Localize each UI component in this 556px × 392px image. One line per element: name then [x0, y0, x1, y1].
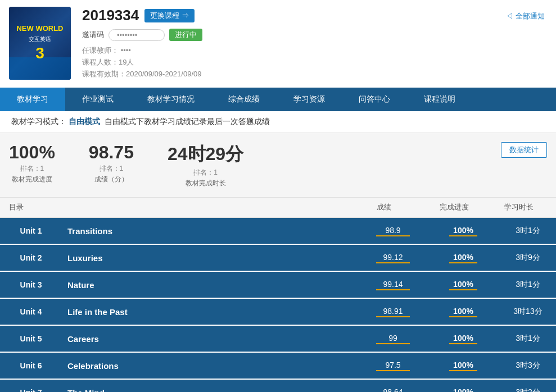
unit-row[interactable]: Unit 3 Nature 99.14 100% 3时1分: [0, 272, 556, 299]
unit-progress-cell: 100%: [427, 226, 500, 236]
status-badge: 进行中: [169, 29, 202, 41]
unit-table: Unit 1 Transitions 98.9 100% 3时1分 Unit 2…: [0, 218, 556, 392]
unit-score: 97.5: [376, 361, 410, 371]
data-stats-button[interactable]: 数据统计: [501, 142, 547, 158]
unit-progress: 100%: [449, 388, 477, 393]
unit-time: 3时3分: [500, 361, 556, 371]
unit-time: 3时2分: [500, 388, 556, 392]
unit-tag: Unit 4: [0, 299, 62, 325]
change-course-button[interactable]: 更换课程 ⇒: [144, 9, 195, 22]
unit-title: Nature: [62, 280, 359, 290]
invite-label: 邀请码: [82, 30, 104, 40]
unit-row[interactable]: Unit 1 Transitions 98.9 100% 3时1分: [0, 218, 556, 245]
unit-title: Life in the Past: [62, 307, 359, 317]
unit-time: 3时13分: [500, 307, 556, 317]
unit-score-cell: 97.5: [359, 361, 427, 371]
validity: 课程有效期：2020/09/09-2021/09/09: [82, 70, 201, 78]
score-label: 成绩（分）: [89, 175, 134, 184]
unit-score-cell: 99.14: [359, 280, 427, 290]
completion-rank: 排名：1: [9, 164, 55, 174]
unit-progress-cell: 100%: [427, 307, 500, 317]
unit-row[interactable]: Unit 4 Life in the Past 98.91 100% 3时13分: [0, 299, 556, 326]
table-header: 目录 成绩 完成进度 学习时长: [0, 197, 556, 218]
mode-desc: 自由模式下教材学习成绩记录最后一次答题成绩: [105, 117, 270, 126]
unit-progress: 100%: [449, 253, 477, 263]
invite-code: ••••••••: [109, 29, 165, 41]
unit-progress: 100%: [449, 307, 477, 317]
completion-value: 100%: [9, 142, 55, 163]
th-progress: 完成进度: [418, 202, 491, 212]
nav-item-resources[interactable]: 学习资源: [277, 88, 342, 111]
unit-tag: Unit 5: [0, 326, 62, 352]
unit-title: Celebrations: [62, 361, 359, 371]
book-brand: NEW WORLD: [16, 24, 63, 34]
unit-score-cell: 99.12: [359, 253, 427, 263]
time-value: 24时29分: [168, 142, 243, 167]
unit-progress-cell: 100%: [427, 253, 500, 263]
course-id: 2019334: [82, 7, 139, 24]
unit-progress: 100%: [449, 361, 477, 371]
th-time: 学习时长: [491, 202, 547, 212]
unit-time: 3时1分: [500, 226, 556, 236]
unit-title: The Mind: [62, 388, 359, 393]
unit-title: Transitions: [62, 226, 359, 236]
header-info: 2019334 更换课程 ⇒ 邀请码 •••••••• 进行中 任课教师： ••…: [71, 7, 547, 81]
nav-bar: 教材学习 作业测试 教材学习情况 综合成绩 学习资源 问答中心 课程说明: [0, 88, 556, 111]
mode-prefix: 教材学习模式：: [11, 117, 66, 126]
unit-row[interactable]: Unit 7 The Mind 98.64 100% 3时2分: [0, 380, 556, 392]
student-count-row: 课程人数：19人: [82, 57, 547, 67]
unit-time: 3时1分: [500, 280, 556, 290]
score-rank: 排名：1: [89, 164, 134, 174]
unit-title: Luxuries: [62, 253, 359, 263]
book-subtitle: 交互英语: [29, 35, 51, 43]
book-cover: NEW WORLD 交互英语 3: [9, 7, 71, 80]
time-label: 教材完成时长: [168, 179, 243, 188]
mode-name: 自由模式: [69, 117, 100, 126]
unit-score-cell: 99: [359, 334, 427, 344]
nav-item-study-status[interactable]: 教材学习情况: [130, 88, 211, 111]
unit-progress-cell: 100%: [427, 361, 500, 371]
nav-item-overall-score[interactable]: 综合成绩: [211, 88, 277, 111]
course-id-row: 2019334 更换课程 ⇒: [82, 7, 547, 24]
time-rank: 排名：1: [168, 168, 243, 177]
unit-score-cell: 98.64: [359, 388, 427, 393]
unit-progress-cell: 100%: [427, 334, 500, 344]
unit-score: 98.9: [376, 226, 410, 236]
teacher-name: ••••: [121, 46, 131, 54]
unit-tag: Unit 2: [0, 245, 62, 271]
unit-progress: 100%: [449, 280, 477, 290]
unit-progress: 100%: [449, 334, 477, 344]
nav-item-qa[interactable]: 问答中心: [342, 88, 407, 111]
unit-score: 99.14: [376, 280, 410, 290]
invite-row: 邀请码 •••••••• 进行中: [82, 29, 547, 41]
nav-item-course-desc[interactable]: 课程说明: [407, 88, 472, 111]
nav-item-homework[interactable]: 作业测试: [65, 88, 130, 111]
unit-tag: Unit 7: [0, 380, 62, 392]
unit-time: 3时9分: [500, 253, 556, 263]
header-area: NEW WORLD 交互英语 3 2019334 更换课程 ⇒ 邀请码 ••••…: [0, 0, 556, 88]
unit-progress-cell: 100%: [427, 388, 500, 393]
unit-tag: Unit 1: [0, 218, 62, 244]
student-count: 课程人数：19人: [82, 58, 134, 66]
score-value: 98.75: [89, 142, 134, 163]
unit-row[interactable]: Unit 5 Careers 99 100% 3时1分: [0, 326, 556, 353]
nav-item-textbook[interactable]: 教材学习: [0, 88, 65, 111]
unit-score: 99: [376, 334, 410, 344]
unit-tag: Unit 6: [0, 353, 62, 379]
teacher-label: 任课教师：: [82, 46, 119, 54]
unit-progress: 100%: [449, 226, 477, 236]
unit-row[interactable]: Unit 2 Luxuries 99.12 100% 3时9分: [0, 245, 556, 272]
stat-score: 98.75 排名：1 成绩（分）: [89, 142, 151, 197]
mode-bar: 教材学习模式： 自由模式 自由模式下教材学习成绩记录最后一次答题成绩: [0, 111, 556, 133]
unit-score-cell: 98.9: [359, 226, 427, 236]
unit-tag: Unit 3: [0, 272, 62, 298]
notify-label: ◁ 全部通知: [506, 11, 545, 21]
unit-score: 98.91: [376, 307, 410, 317]
notify-button[interactable]: ◁ 全部通知: [506, 11, 545, 21]
stat-time: 24时29分 排名：1 教材完成时长: [168, 142, 260, 197]
validity-row: 课程有效期：2020/09/09-2021/09/09: [82, 69, 547, 79]
unit-row[interactable]: Unit 6 Celebrations 97.5 100% 3时3分: [0, 353, 556, 380]
th-catalog: 目录: [9, 202, 350, 212]
unit-time: 3时1分: [500, 334, 556, 344]
th-score: 成绩: [350, 202, 418, 212]
